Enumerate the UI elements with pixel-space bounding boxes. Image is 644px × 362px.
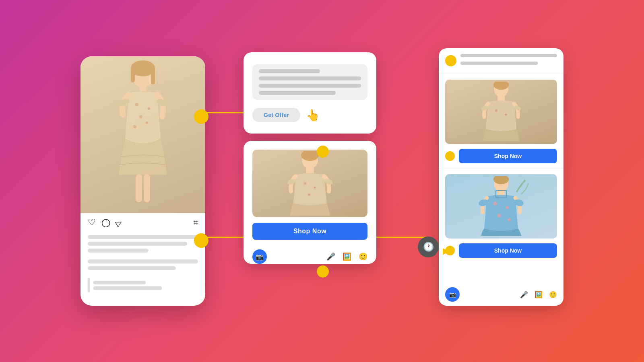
phone-card: ♡ ◯ ▷ ⌗: [80, 56, 205, 306]
chat-card-offer-content: Get Offer 👆: [252, 61, 367, 125]
right-panel: Shop Now: [439, 48, 564, 306]
svg-rect-5: [151, 66, 155, 84]
get-offer-button[interactable]: Get Offer: [252, 108, 300, 122]
get-offer-row: Get Offer 👆: [252, 108, 367, 122]
yellow-dot-right-header: [445, 55, 456, 66]
svg-rect-14: [136, 174, 142, 202]
right-product-1-row: Shop Now: [445, 149, 557, 163]
svg-point-28: [505, 114, 507, 116]
svg-point-9: [139, 115, 142, 118]
comment-text-line-1: [93, 281, 146, 284]
action-icons-left: ♡ ◯ ▷: [88, 217, 122, 228]
shop-now-button-right-2[interactable]: Shop Now: [459, 243, 557, 258]
yellow-dot-mid-bottom: [317, 265, 329, 278]
chat-bubble: [252, 64, 367, 100]
right-arrow: ▶: [443, 246, 449, 256]
caption-line-1: [88, 235, 198, 239]
yellow-dot-right-1: [445, 151, 455, 161]
middle-column: Get Offer 👆: [244, 52, 376, 264]
svg-point-8: [148, 107, 150, 110]
svg-point-21: [308, 193, 310, 196]
image-icon[interactable]: 🖼️: [343, 252, 351, 261]
comment-bar: [88, 278, 90, 292]
mic-icon[interactable]: 🎤: [326, 252, 335, 261]
svg-rect-33: [497, 191, 505, 195]
sticker-icon[interactable]: 🙂: [359, 252, 367, 261]
bottom-line-2: [88, 266, 176, 270]
phone-comment-row: [80, 276, 205, 294]
right-panel-header: [439, 48, 564, 74]
svg-point-36: [497, 214, 501, 218]
right-dress-1-illustration: [473, 82, 529, 142]
right-image-icon[interactable]: 🖼️: [535, 291, 543, 298]
svg-point-10: [146, 121, 148, 124]
bookmark-icon[interactable]: ⌗: [194, 218, 198, 227]
yellow-dot-left-bottom: [194, 233, 208, 248]
right-camera-button[interactable]: 📷: [445, 287, 460, 302]
svg-rect-26: [497, 96, 505, 101]
comment-icon[interactable]: ◯: [101, 218, 110, 227]
cursor-icon: 👆: [306, 109, 320, 122]
svg-point-7: [135, 103, 138, 106]
svg-point-27: [495, 109, 497, 112]
right-product-1-image: [445, 80, 557, 144]
shop-now-button-right-1[interactable]: Shop Now: [459, 149, 557, 163]
svg-rect-15: [144, 174, 150, 202]
caption-line-3: [88, 249, 149, 253]
camera-icon: 📷: [256, 253, 264, 261]
shop-dress-illustration: [274, 151, 346, 216]
like-icon[interactable]: ♡: [88, 217, 96, 228]
svg-point-35: [506, 206, 509, 209]
chat-card-footer: 📷 🎤 🖼️ 🙂: [252, 245, 367, 264]
chat-card-shop-content: Shop Now 📷 🎤 🖼️ 🙂: [252, 150, 367, 264]
right-dress-2-illustration: [473, 176, 529, 237]
svg-point-37: [508, 218, 511, 221]
chat-card-offer: Get Offer 👆: [244, 52, 376, 134]
bubble-line-2: [259, 76, 361, 80]
bubble-line-1: [259, 69, 320, 73]
right-camera-icon: 📷: [449, 291, 456, 298]
chat-card-shop: Shop Now 📷 🎤 🖼️ 🙂: [244, 141, 376, 264]
caption-line-2: [88, 242, 187, 246]
phone-product-image: [80, 56, 205, 213]
camera-button[interactable]: 📷: [252, 249, 267, 264]
bottom-line-1: [88, 259, 198, 263]
right-header-row-1: [445, 54, 557, 67]
yellow-dot-left-top: [194, 109, 208, 124]
phone-actions-row: ♡ ◯ ▷ ⌗: [80, 213, 205, 232]
shop-now-button-middle[interactable]: Shop Now: [252, 223, 367, 240]
svg-point-20: [314, 187, 316, 189]
right-sticker-icon[interactable]: 🙂: [549, 291, 557, 298]
phone-caption-lines: [80, 232, 205, 258]
bubble-line-4: [259, 91, 336, 95]
svg-point-19: [304, 182, 306, 185]
right-panel-footer: 📷 🎤 🖼️ 🙂: [439, 283, 564, 306]
right-mic-icon[interactable]: 🎤: [520, 291, 528, 298]
yellow-dot-mid-top: [317, 146, 329, 158]
clock-icon: 🕐: [423, 242, 434, 252]
clock-dot: 🕐: [418, 237, 439, 257]
right-product-2-image: [445, 174, 557, 239]
share-icon[interactable]: ▷: [114, 217, 124, 228]
svg-rect-18: [306, 168, 314, 173]
bubble-line-3: [259, 84, 361, 88]
main-scene: ♡ ◯ ▷ ⌗: [80, 24, 564, 338]
right-product-2: Shop Now: [439, 169, 564, 263]
right-product-1: Shop Now: [439, 74, 564, 169]
svg-point-34: [493, 202, 497, 206]
dress-illustration: [103, 58, 183, 211]
right-product-2-row: Shop Now: [445, 243, 557, 258]
svg-rect-4: [131, 66, 135, 82]
comment-text-line-2: [93, 286, 162, 290]
phone-bottom-text: [80, 258, 205, 276]
right-header-line-1: [460, 54, 557, 57]
right-header-line-2: [460, 62, 538, 65]
comment-text: [93, 281, 162, 290]
shop-product-image: [252, 150, 367, 217]
svg-point-11: [133, 125, 136, 128]
